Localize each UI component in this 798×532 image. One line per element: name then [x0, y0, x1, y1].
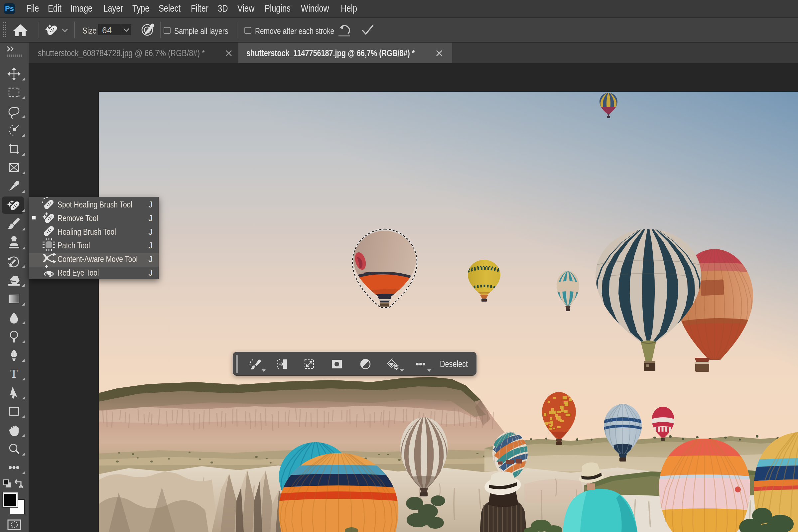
svg-text:T: T — [10, 367, 18, 380]
